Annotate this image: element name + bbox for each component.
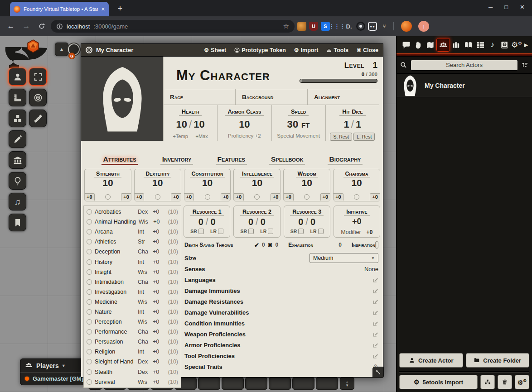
skill-row[interactable]: Persuasion Cha +0 (10) [87,337,178,347]
ability-block[interactable]: Wisdom 10 +0 +0 [283,169,330,201]
skill-name[interactable]: History [95,259,135,265]
ability-name[interactable]: Strength [94,170,121,177]
skill-name[interactable]: Investigation [95,289,135,295]
skill-row[interactable]: Nature Int +0 (10) [87,307,178,317]
resource-value[interactable]: 0 [198,217,203,227]
sr-checkbox[interactable] [248,229,254,234]
delete-button[interactable] [498,375,512,389]
skill-proficiency-radio[interactable] [87,259,92,265]
select-tokens-tool-button[interactable] [29,68,47,86]
speed-block[interactable]: Speed 30 ft Special Movement [272,105,326,141]
skill-name[interactable]: Insight [95,269,135,275]
skill-proficiency-radio[interactable] [87,339,92,344]
tab-chat[interactable] [400,39,412,51]
hotbar-slot[interactable] [222,377,244,390]
skill-proficiency-radio[interactable] [87,209,92,215]
skill-name[interactable]: Perception [95,319,135,325]
measure-distance-tool-button[interactable] [29,110,47,127]
character-name[interactable]: My Character [176,67,270,84]
skill-name[interactable]: Deception [95,249,135,255]
browser-profile-avatar[interactable] [401,21,412,32]
skill-proficiency-radio[interactable] [87,359,92,364]
edit-icon[interactable] [372,331,378,337]
cookie-extension-icon[interactable] [297,22,306,31]
initiative-value[interactable]: +0 [334,217,380,226]
skill-name[interactable]: Arcana [95,229,135,235]
skill-row[interactable]: Athletics Str +0 (10) [87,237,178,247]
skill-proficiency-radio[interactable] [87,299,92,305]
import-button[interactable]: ⚙ Import [294,47,319,53]
grid-extension-icon[interactable]: ⋮⋮⋮ [333,22,342,31]
sheet-title-bar[interactable]: My Character ⚙ Sheet Prototype Token ⚙ I… [81,44,383,57]
skill-proficiency-radio[interactable] [87,369,92,375]
background-field[interactable]: Background [236,89,308,105]
site-info-icon[interactable] [56,23,63,30]
resource-label[interactable]: Resource 3 [290,209,324,216]
ability-block[interactable]: Intelligence 10 +0 +0 [233,169,281,201]
edit-icon[interactable] [372,353,378,359]
ability-proficiency-radio[interactable] [354,194,359,200]
sound-controls-button[interactable]: ♫ [9,193,26,210]
skill-row[interactable]: History Int +0 (10) [87,257,178,267]
eye-extension-icon[interactable] [356,22,365,31]
measure-controls-button[interactable] [9,89,26,106]
hotbar-page-down-icon[interactable]: ▾ [346,383,348,387]
window-maximize-button[interactable]: □ [504,4,508,10]
skill-proficiency-radio[interactable] [87,239,92,244]
drawing-tools-button[interactable] [9,130,26,148]
race-field[interactable]: Race [164,89,236,105]
hit-dice-block[interactable]: Hit Dice 1/1 S. Rest L. Rest [326,105,379,141]
window-close-button[interactable]: ✕ [520,4,525,10]
resource-label[interactable]: Resource 1 [190,209,224,216]
sidebar-collapse-button[interactable]: ▶ [523,39,529,51]
skill-row[interactable]: Animal Handling Wis +0 (10) [87,217,178,227]
ability-block[interactable]: Dexterity 10 +0 +0 [134,169,181,201]
create-folder-button[interactable]: Create Folder [466,353,530,368]
ability-proficiency-radio[interactable] [105,194,111,200]
tools-button[interactable]: Tools [326,47,348,53]
sr-checkbox[interactable] [198,229,204,234]
initiative-label[interactable]: Initiative [344,209,369,216]
initiative-block[interactable]: Initiative +0 Modifier +0 [334,206,380,238]
hotbar-page-control[interactable]: ▴ ▾ [340,377,354,390]
ability-modifier[interactable]: +0 [234,193,244,201]
death-failure-icon[interactable]: ✖ [268,242,273,249]
hp-current[interactable]: 10 [176,119,187,130]
special-movement-label[interactable]: Special Movement [272,133,325,139]
skill-proficiency-radio[interactable] [87,279,92,285]
ability-score[interactable]: 10 [284,177,330,188]
skill-proficiency-radio[interactable] [87,379,92,385]
ability-proficiency-radio[interactable] [155,194,160,200]
hd-max[interactable]: 1 [356,119,361,130]
tab-compendium[interactable] [499,39,511,51]
skill-row[interactable]: Acrobatics Dex +0 (10) [87,207,178,217]
tab-playlists[interactable]: ♪ [487,39,498,51]
ability-score[interactable]: 10 [184,177,231,188]
skill-name[interactable]: Religion [95,349,135,355]
skill-name[interactable]: Persuasion [95,339,135,345]
resource-max[interactable]: 0 [310,217,315,227]
ability-name[interactable]: Wisdom [296,170,318,177]
skill-name[interactable]: Animal Handling [95,219,136,225]
token-controls-button[interactable] [9,68,26,86]
armor-class-block[interactable]: Armor Class 10 Proficiency +2 [218,105,271,141]
ability-proficiency-radio[interactable] [304,194,310,200]
hotbar-slot[interactable] [316,377,338,390]
address-bar[interactable]: localhost:30000/game ☆ [51,20,295,33]
skill-name[interactable]: Acrobatics [95,209,135,215]
resource-block[interactable]: Resource 3 0/0 SR LR [284,206,330,238]
tab-items[interactable] [450,39,462,51]
skill-row[interactable]: Arcana Int +0 (10) [87,227,178,237]
xp-current[interactable]: 0 [362,72,364,77]
edit-icon[interactable] [372,299,378,305]
create-actor-button[interactable]: Create Actor [399,353,463,368]
death-success-icon[interactable]: ✔ [254,242,259,249]
fork-extension-icon[interactable]: ⑂ [380,22,389,31]
ability-proficiency-radio[interactable] [205,194,210,200]
hd-current[interactable]: 1 [344,119,349,130]
actor-name[interactable]: My Character [425,82,465,89]
hp-max[interactable]: 10 [193,119,204,130]
window-resize-handle[interactable] [372,367,384,378]
resource-block[interactable]: Resource 2 0/0 SR LR [233,206,280,238]
robot-extension-icon[interactable]: ●● [368,22,377,31]
